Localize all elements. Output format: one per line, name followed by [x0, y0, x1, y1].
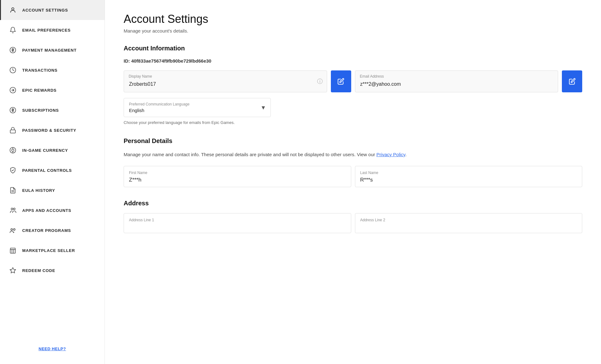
- main-content: Account Settings Manage your account's d…: [105, 0, 601, 364]
- address-line2-field: Address Line 2: [355, 213, 583, 233]
- svg-point-0: [12, 8, 14, 10]
- apps-icon: [8, 206, 17, 215]
- sidebar-item-transactions[interactable]: Transactions: [0, 60, 105, 80]
- doc-icon: [8, 186, 17, 195]
- sidebar-label-apps-and-accounts: Apps and Accounts: [22, 208, 71, 213]
- sidebar-item-in-game-currency[interactable]: In-Game Currency: [0, 140, 105, 160]
- first-name-label: First Name: [129, 171, 346, 175]
- display-name-input[interactable]: [124, 70, 327, 92]
- sidebar-label-epic-rewards: Epic Rewards: [22, 88, 57, 93]
- language-dropdown[interactable]: Preferred Communication Language English…: [124, 98, 271, 117]
- edit-display-name-button[interactable]: [331, 70, 351, 92]
- sidebar-label-account-settings: Account Settings: [22, 8, 68, 13]
- sidebar-label-password-security: Password & Security: [22, 128, 76, 133]
- personal-intro-text: Manage your name and contact info. These…: [124, 152, 375, 157]
- svg-point-13: [11, 208, 13, 210]
- sidebar-label-parental-controls: Parental Controls: [22, 168, 72, 173]
- subscriptions-icon: [8, 106, 17, 115]
- personal-details-intro: Manage your name and contact info. These…: [124, 151, 582, 158]
- first-name-field: First Name Z***h: [124, 166, 351, 187]
- svg-point-8: [12, 149, 14, 151]
- sidebar-item-apps-and-accounts[interactable]: Apps and Accounts: [0, 200, 105, 220]
- last-name-value: R***s: [360, 177, 577, 183]
- svg-point-14: [13, 208, 15, 210]
- account-id-value: 40f833ae75674f9fb90be729lbd66e30: [131, 58, 211, 64]
- sidebar-item-marketplace-seller[interactable]: Marketplace Seller: [0, 240, 105, 260]
- sidebar-label-subscriptions: Subscriptions: [22, 108, 59, 113]
- address-row: Address Line 1 Address Line 2: [124, 213, 582, 233]
- sidebar-item-epic-rewards[interactable]: Epic Rewards: [0, 80, 105, 100]
- language-dropdown-label: Preferred Communication Language: [129, 102, 265, 106]
- bell-icon: [8, 26, 17, 34]
- name-row: First Name Z***h Last Name R***s: [124, 166, 582, 187]
- sidebar-label-marketplace-seller: Marketplace Seller: [22, 248, 75, 253]
- edit-email-button[interactable]: [562, 70, 582, 92]
- person-icon: [8, 6, 17, 14]
- language-dropdown-value: English: [129, 108, 265, 113]
- dollar-icon: [8, 46, 17, 54]
- personal-details-title: Personal Details: [124, 137, 582, 145]
- in-game-currency-icon: [8, 146, 17, 155]
- language-hint: Choose your preferred language for email…: [124, 120, 582, 125]
- account-id-label: ID:: [124, 58, 130, 64]
- sidebar-label-creator-programs: Creator Programs: [22, 228, 71, 233]
- email-input[interactable]: [355, 70, 558, 92]
- display-email-row: Display Name ⓘ Email Address: [124, 70, 582, 92]
- last-name-label: Last Name: [360, 171, 577, 175]
- creator-icon: [8, 226, 17, 235]
- svg-rect-6: [10, 130, 16, 133]
- sidebar-item-parental-controls[interactable]: Parental Controls: [0, 160, 105, 180]
- first-name-value: Z***h: [129, 177, 346, 183]
- arrow-circle-icon: [8, 86, 17, 95]
- star-icon: [8, 266, 17, 275]
- info-icon: ⓘ: [317, 78, 323, 85]
- page-title: Account Settings: [124, 13, 582, 26]
- page-subtitle: Manage your account's details.: [124, 28, 582, 33]
- svg-marker-19: [10, 268, 16, 273]
- chevron-down-icon: ▼: [260, 104, 266, 111]
- sidebar-label-payment-management: Payment Management: [22, 48, 77, 53]
- sidebar-item-creator-programs[interactable]: Creator Programs: [0, 220, 105, 240]
- sidebar-label-in-game-currency: In-Game Currency: [22, 148, 68, 153]
- display-name-group: Display Name ⓘ: [124, 70, 327, 92]
- lock-icon: [8, 126, 17, 135]
- sidebar-item-subscriptions[interactable]: Subscriptions: [0, 100, 105, 120]
- sidebar-item-account-settings[interactable]: Account Settings: [0, 0, 105, 20]
- sidebar-item-email-preferences[interactable]: Email Preferences: [0, 20, 105, 40]
- sidebar-item-eula-history[interactable]: EULA History: [0, 180, 105, 200]
- sidebar-label-transactions: Transactions: [22, 68, 58, 73]
- sidebar-item-redeem-code[interactable]: Redeem Code: [0, 260, 105, 280]
- last-name-field: Last Name R***s: [355, 166, 583, 187]
- sidebar-item-password-security[interactable]: Password & Security: [0, 120, 105, 140]
- clock-icon: [8, 66, 17, 74]
- sidebar-item-payment-management[interactable]: Payment Management: [0, 40, 105, 60]
- email-group: Email Address: [355, 70, 558, 92]
- account-id: ID: 40f833ae75674f9fb90be729lbd66e30: [124, 58, 582, 64]
- need-help-link[interactable]: NEED HELP?: [39, 346, 66, 351]
- account-info-title: Account Information: [124, 45, 582, 52]
- svg-point-16: [13, 229, 15, 231]
- address-line1-field: Address Line 1: [124, 213, 351, 233]
- address-line2-label: Address Line 2: [360, 218, 577, 222]
- sidebar-label-redeem-code: Redeem Code: [22, 268, 55, 273]
- svg-point-15: [11, 229, 13, 231]
- address-line1-label: Address Line 1: [129, 218, 346, 222]
- sidebar-label-eula-history: EULA History: [22, 188, 55, 193]
- sidebar-label-email-preferences: Email Preferences: [22, 28, 71, 33]
- store-icon: [8, 246, 17, 255]
- sidebar-help: NEED HELP?: [0, 340, 105, 358]
- address-title: Address: [124, 200, 582, 207]
- shield-icon: [8, 166, 17, 175]
- sidebar: Account Settings Email Preferences Payme…: [0, 0, 105, 364]
- privacy-policy-link[interactable]: Privacy Policy: [376, 152, 405, 157]
